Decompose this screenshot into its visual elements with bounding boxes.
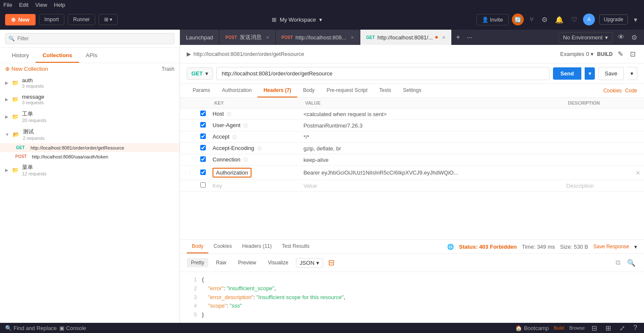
url-input[interactable] (216, 67, 550, 80)
send-dropdown-button[interactable]: ▾ (585, 67, 595, 80)
list-item[interactable]: ▶ 📁 message 3 requests (0, 91, 180, 108)
resp-fmt-raw[interactable]: Raw (212, 258, 230, 267)
collection-count: 3 requests (22, 83, 44, 89)
edit-icon[interactable]: ✎ (616, 48, 625, 60)
tab-launchpad[interactable]: Launchpad (180, 30, 219, 45)
cookies-link[interactable]: Cookies (603, 88, 622, 94)
resp-tab-body[interactable]: Body (187, 240, 208, 253)
resp-tab-cookies[interactable]: Cookies (208, 240, 237, 253)
build-button[interactable]: BUILD (597, 51, 613, 57)
tab-pre-request[interactable]: Pre-request Script (321, 84, 373, 97)
tab-authorization[interactable]: Authorization (216, 84, 257, 97)
menu-help[interactable]: Help (54, 2, 65, 8)
resp-fmt-pretty[interactable]: Pretty (187, 258, 208, 267)
tab-get-localhost[interactable]: GET http://localhost:8081/... ✕ (360, 30, 452, 45)
sidebar-tab-collections[interactable]: Collections (36, 48, 79, 63)
copy-icon[interactable]: ⧉ (614, 257, 622, 269)
layout-button[interactable]: ⊞ ▾ (99, 14, 118, 25)
sidebar-tab-history[interactable]: History (5, 48, 36, 63)
save-button[interactable]: Save (598, 67, 624, 80)
tab-close-icon[interactable]: ✕ (442, 35, 445, 40)
trash-button[interactable]: Trash (162, 66, 174, 72)
list-item[interactable]: ▼ 📂 测试 2 requests (0, 125, 180, 143)
delete-header-button[interactable]: ✕ (636, 169, 641, 176)
json-line: 3 "error_description": "Insufficient sco… (187, 293, 637, 302)
add-tab-button[interactable]: + (452, 33, 464, 41)
info-icon: ⓘ (227, 112, 231, 117)
tab-settings[interactable]: Settings (397, 84, 427, 97)
invite-button[interactable]: 👤 Invite (476, 14, 509, 25)
method-label: GET (191, 70, 203, 77)
browse-button[interactable]: Browse (569, 325, 585, 330)
resp-tab-headers[interactable]: Headers (11) (237, 240, 277, 253)
avatar[interactable]: A (583, 14, 595, 25)
upgrade-button[interactable]: Upgrade (599, 14, 628, 25)
header-checkbox[interactable] (200, 111, 206, 116)
list-item[interactable]: POST http://localhost:8080/uaa/oauth/tok… (0, 152, 180, 161)
plus-icon: ⊕ (11, 17, 16, 23)
tab-tests[interactable]: Tests (373, 84, 397, 97)
layout-toggle-icon[interactable]: ⊟ (590, 322, 599, 333)
resp-fmt-visualize[interactable]: Visualize (264, 258, 293, 267)
tab-body[interactable]: Body (297, 84, 321, 97)
header-checkbox[interactable] (200, 145, 206, 150)
menu-edit[interactable]: Edit (19, 2, 28, 8)
wrap-icon[interactable]: ⊟ (326, 256, 336, 269)
bell-icon[interactable]: 🔔 (553, 14, 565, 25)
settings-icon[interactable]: ⚙ (630, 32, 639, 43)
runner-button[interactable]: Runner (68, 14, 95, 25)
split-view-icon[interactable]: ⊞ (604, 322, 613, 333)
sync-icon[interactable]: 🔄 (512, 14, 524, 25)
menu-view[interactable]: View (35, 2, 47, 8)
search-icon[interactable]: 🔍 (625, 257, 637, 269)
expand-icon[interactable]: ⤢ (618, 322, 627, 333)
save-dropdown-button[interactable]: ▾ (627, 67, 637, 80)
header-checkbox[interactable] (200, 133, 206, 139)
format-selector[interactable]: JSON ▾ (296, 258, 323, 268)
fork-icon[interactable]: ⑂ (528, 14, 536, 25)
more-tabs-button[interactable]: ⋯ (464, 34, 475, 41)
heart-icon[interactable]: ♡ (569, 14, 579, 25)
build-button[interactable]: Build (554, 325, 564, 330)
header-checkbox[interactable] (200, 156, 206, 162)
new-button[interactable]: ⊕ New (5, 14, 36, 25)
resp-tab-test-results[interactable]: Test Results (277, 240, 315, 253)
tab-params[interactable]: Params (187, 84, 216, 97)
header-checkbox[interactable] (200, 122, 206, 128)
tab-post-message[interactable]: POST 发送消息 ✕ (219, 30, 275, 45)
send-button[interactable]: Send (553, 67, 582, 80)
examples-button[interactable]: Examples 0 ▾ (560, 51, 594, 57)
list-item[interactable]: ▶ 📁 auth 3 requests (0, 75, 180, 91)
bottom-bar-right: 🏠 Bootcamp Build Browse ⊟ ⊞ ⤢ ? (515, 322, 639, 333)
header-checkbox[interactable] (200, 182, 206, 188)
tab-post-localhost[interactable]: POST http://localhost:808... ✕ (276, 30, 360, 45)
menu-file[interactable]: File (3, 2, 12, 8)
method-selector[interactable]: GET ▾ (187, 67, 213, 80)
list-item[interactable]: GET http://localhost:8081/order/order/ge… (0, 143, 180, 152)
sidebar-tab-apis[interactable]: APIs (79, 48, 104, 63)
settings-icon[interactable]: ⚙ (540, 14, 549, 25)
environment-selector[interactable]: No Environment ▾ (558, 32, 613, 43)
bootcamp-button[interactable]: 🏠 Bootcamp (515, 325, 549, 331)
resp-fmt-preview[interactable]: Preview (234, 258, 260, 267)
code-link[interactable]: Code (625, 88, 637, 94)
find-replace-button[interactable]: 🔍 Find and Replace (5, 325, 57, 331)
save-response-button[interactable]: Save Response (593, 244, 629, 250)
new-collection-button[interactable]: ⊕ New Collection (5, 66, 48, 72)
import-button[interactable]: Import (39, 14, 64, 25)
search-icon: 🔍 (8, 36, 15, 42)
list-item[interactable]: ▶ 📁 工单 20 requests (0, 108, 180, 125)
filter-input[interactable] (5, 33, 174, 44)
tab-close-icon[interactable]: ✕ (351, 35, 354, 40)
tab-headers[interactable]: Headers (7) (257, 84, 297, 97)
method-chevron-icon: ▾ (205, 70, 208, 77)
list-item[interactable]: ▶ 📁 菜单 12 requests (0, 161, 180, 179)
workspace-selector[interactable]: ⊞ My Workspace ▾ (121, 17, 473, 23)
tab-close-icon[interactable]: ✕ (266, 35, 269, 40)
help-icon[interactable]: ? (632, 322, 639, 333)
upgrade-chevron-icon[interactable]: ▾ (632, 14, 639, 25)
console-button[interactable]: ▣ Console (59, 325, 86, 331)
header-checkbox[interactable] (200, 169, 206, 175)
eye-icon[interactable]: 👁 (616, 32, 626, 43)
layout-icon[interactable]: ⊡ (628, 48, 637, 60)
